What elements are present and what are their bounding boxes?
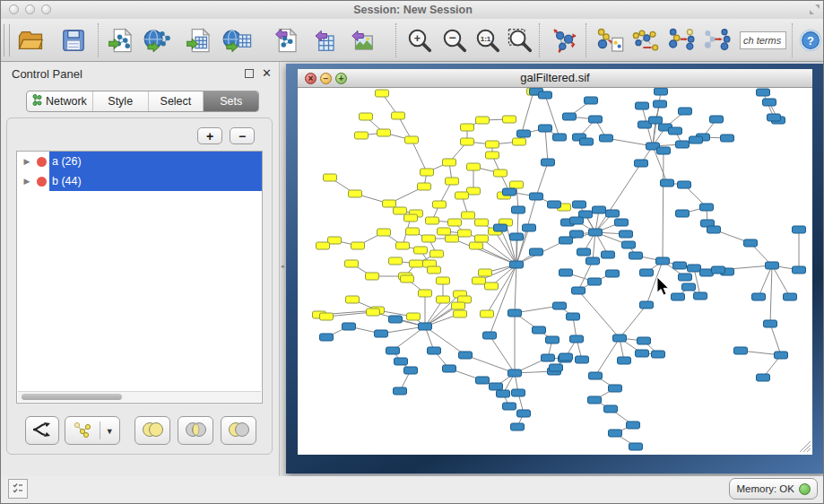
create-set-dropdown-button[interactable]: ▼ [65,416,120,445]
window-titlebar[interactable]: Session: New Session [1,1,824,20]
diff-extract-button[interactable] [594,25,625,56]
task-list-icon [12,482,24,494]
toolbar-grip[interactable] [4,24,10,56]
help-button[interactable]: ? [795,25,824,56]
set-label: a (26) [49,152,262,171]
import-network-file-button[interactable] [107,25,137,56]
set-row-b[interactable]: ▶ b (44) [17,171,262,191]
remove-set-button[interactable]: − [230,127,255,144]
import-network-url-icon [143,27,172,54]
tab-style-label: Style [108,95,133,108]
zoom-out-button[interactable]: − [439,25,470,56]
sets-panel: + − ▶ a (26) ▶ b (44) [6,117,273,455]
network-canvas[interactable] [298,88,812,455]
tab-select-label: Select [160,95,192,108]
memory-status-button[interactable]: Memory: OK [729,478,818,500]
toolbar-separator [98,23,99,57]
toolbar-separator [585,23,586,57]
export-image-icon [349,27,376,54]
status-bar: Memory: OK [1,476,824,504]
zoom-out-icon: − [441,27,468,54]
set-row-a[interactable]: ▶ a (26) [17,152,262,171]
set-color-dot [37,157,47,167]
union-button[interactable] [134,416,170,445]
svg-text:−: − [448,31,455,45]
fullscreen-icon[interactable] [809,4,820,15]
import-table-url-icon [222,27,253,54]
zoom-fit-button[interactable]: 1:1 [473,25,503,56]
intersection-button[interactable] [178,416,213,445]
venn-intersection-icon [183,421,208,439]
tab-sets[interactable]: Sets [204,91,258,111]
add-set-button[interactable]: + [197,127,222,144]
expander-icon[interactable]: ▶ [17,177,37,186]
zoom-selected-button[interactable] [505,25,535,56]
tab-select[interactable]: Select [149,91,204,111]
zoom-fit-icon: 1:1 [474,27,501,54]
svg-text:?: ? [807,34,814,48]
help-icon: ? [798,28,823,53]
split-arrows-icon [30,421,54,439]
zoom-in-button[interactable]: + [404,25,435,56]
import-table-file-button[interactable] [185,25,215,56]
venn-union-icon [140,421,165,439]
import-network-file-icon [108,27,135,54]
diff-compare-icon [631,26,660,55]
save-floppy-icon [60,27,87,54]
svg-text:1:1: 1:1 [481,35,491,43]
diff-extract-icon [595,26,624,55]
toolbar-separator [395,23,396,57]
network-desktop: × − + galFiltered.sif [286,62,824,476]
apply-layout-button[interactable] [550,25,580,56]
control-panel-tabs: Network Style Select Sets [26,91,259,112]
apply-layout-icon [551,26,579,55]
split-sets-button[interactable] [25,416,59,445]
diff-apply-button[interactable] [702,25,733,56]
network-graph[interactable] [298,88,812,455]
difference-button[interactable] [221,416,256,445]
task-history-button[interactable] [8,479,28,499]
resize-grip-icon [800,441,811,452]
cytoscape-window: Session: New Session [0,0,824,504]
export-network-button[interactable] [272,25,302,56]
export-image-button[interactable] [347,25,377,56]
tab-style[interactable]: Style [93,91,149,111]
horizontal-scrollbar[interactable] [18,391,261,402]
tab-sets-label: Sets [220,95,242,108]
network-frame-title: galFiltered.sif [298,69,812,87]
search-input[interactable] [740,31,786,49]
network-frame-titlebar[interactable]: × − + galFiltered.sif [298,69,812,88]
svg-text:+: + [414,32,421,45]
tab-network-label: Network [46,95,87,108]
import-table-url-button[interactable] [221,25,252,56]
diff-merge-button[interactable] [666,25,697,56]
control-panel: Control Panel ✕ Network [1,62,279,476]
network-frame[interactable]: × − + galFiltered.sif [286,64,824,474]
panel-splitter[interactable]: ◂ [279,62,286,476]
toolbar-separator [792,23,793,57]
network-tab-icon [32,94,42,109]
scrollbar-thumb[interactable] [22,394,122,400]
open-session-button[interactable] [15,25,46,56]
window-title: Session: New Session [1,1,824,19]
diff-compare-button[interactable] [630,25,661,56]
main-toolbar: + − 1:1 [1,19,824,62]
close-panel-icon[interactable]: ✕ [262,66,272,80]
mouse-cursor [657,277,669,295]
tab-network[interactable]: Network [27,91,93,111]
set-color-dot [37,177,47,187]
export-table-button[interactable] [309,25,340,56]
toolbar-separator [539,23,540,57]
sets-list: ▶ a (26) ▶ b (44) [16,151,263,404]
import-table-file-icon [186,27,213,54]
memory-status-label: Memory: OK [736,483,794,494]
yellow-network-icon [71,421,94,441]
expander-icon[interactable]: ▶ [17,157,37,166]
float-panel-icon[interactable] [245,69,254,78]
control-panel-header: Control Panel ✕ [1,62,279,87]
export-network-icon [273,27,300,54]
import-network-url-button[interactable] [143,25,173,56]
memory-ok-indicator [799,483,811,495]
save-session-button[interactable] [58,25,89,56]
venn-difference-icon [226,421,251,439]
